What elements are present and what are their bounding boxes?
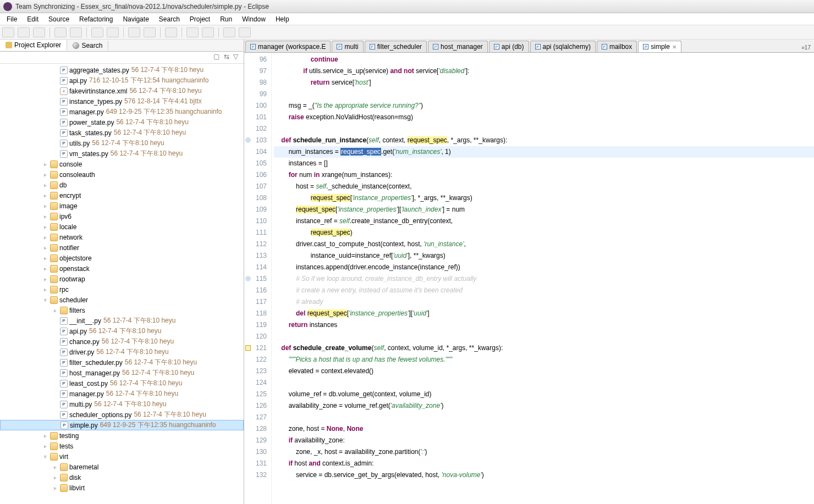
expand-icon[interactable]: ▿ bbox=[42, 453, 48, 460]
code-line[interactable]: """Picks a host that is up and has the f… bbox=[274, 354, 814, 365]
tree-node[interactable]: host_manager.py 56 12-7-4 下午8:10 heyu bbox=[0, 368, 244, 378]
menu-help[interactable]: Help bbox=[271, 14, 294, 24]
tree-node[interactable]: ▿virt bbox=[0, 451, 244, 462]
code-line[interactable]: elevated = context.elevated() bbox=[274, 365, 814, 377]
code-line[interactable]: request_spec['instance_properties']['lau… bbox=[274, 204, 814, 215]
expand-icon[interactable] bbox=[52, 370, 58, 376]
editor-tab[interactable]: filter_scheduler bbox=[365, 41, 427, 52]
tree-node[interactable]: simple.py 649 12-9-25 下午12:35 huangchuan… bbox=[0, 420, 244, 430]
code-line[interactable]: request_spec) bbox=[274, 227, 814, 239]
code-line[interactable]: # already bbox=[274, 296, 814, 308]
code-line[interactable]: def schedule_run_instance(self, context,… bbox=[274, 135, 814, 146]
tree-node[interactable]: api.py 56 12-7-4 下午8:10 heyu bbox=[0, 326, 244, 336]
editor-tab[interactable]: mailbox bbox=[597, 41, 637, 52]
expand-icon[interactable] bbox=[52, 359, 58, 366]
code-line[interactable]: instance_ref = self.create_instance_db_e… bbox=[274, 215, 814, 227]
expand-icon[interactable] bbox=[52, 109, 58, 115]
code-line[interactable]: instance_uuid=instance_ref['uuid'], **_k… bbox=[274, 250, 814, 262]
tree-node[interactable]: ▿scheduler bbox=[0, 295, 244, 305]
tree-node[interactable]: least_cost.py 56 12-7-4 下午8:10 heyu bbox=[0, 378, 244, 389]
editor-tab[interactable]: multi bbox=[332, 41, 363, 52]
menu-edit[interactable]: Edit bbox=[23, 14, 43, 24]
tree-node[interactable]: aggregate_states.py 56 12-7-4 下午8:10 hey… bbox=[0, 65, 244, 75]
tree-node[interactable]: manager.py 56 12-7-4 下午8:10 heyu bbox=[0, 389, 244, 399]
expand-icon[interactable]: ▹ bbox=[42, 433, 48, 439]
expand-icon[interactable]: ▹ bbox=[42, 443, 48, 450]
code-line[interactable]: driver.cast_to_compute_host(context, hos… bbox=[274, 239, 814, 250]
editor-tab[interactable]: manager (workspace.E bbox=[245, 41, 331, 52]
code-line[interactable]: return service['host'] bbox=[274, 77, 814, 88]
tree-node[interactable]: __init__.py 56 12-7-4 下午8:10 heyu bbox=[0, 315, 244, 326]
tree-node[interactable]: ▹network bbox=[0, 232, 244, 242]
tree-node[interactable]: scheduler_options.py 56 12-7-4 下午8:10 he… bbox=[0, 409, 244, 420]
expand-icon[interactable] bbox=[52, 151, 58, 157]
tree-node[interactable]: utils.py 56 12-7-4 下午8:10 heyu bbox=[0, 138, 244, 148]
menu-search[interactable]: Search bbox=[155, 14, 184, 24]
expand-icon[interactable]: ▹ bbox=[42, 213, 48, 220]
expand-icon[interactable] bbox=[52, 67, 58, 74]
tree-node[interactable]: ▹consoleauth bbox=[0, 169, 244, 180]
expand-icon[interactable] bbox=[52, 422, 59, 429]
expand-icon[interactable]: ▹ bbox=[42, 171, 48, 178]
project-tree[interactable]: aggregate_states.py 56 12-7-4 下午8:10 hey… bbox=[0, 64, 244, 504]
tree-node[interactable]: ▹disk bbox=[0, 472, 244, 483]
tree-node[interactable]: api.py 716 12-10-15 下午12:54 huangchuanin… bbox=[0, 75, 244, 86]
tree-node[interactable]: ▹encrypt bbox=[0, 190, 244, 201]
expand-icon[interactable]: ▿ bbox=[42, 297, 48, 303]
tab-search[interactable]: Search bbox=[67, 41, 108, 51]
tree-node[interactable]: manager.py 649 12-9-25 下午12:35 huangchua… bbox=[0, 107, 244, 117]
tb-search[interactable] bbox=[107, 27, 119, 37]
code-line[interactable]: availability_zone = volume_ref.get('avai… bbox=[274, 400, 814, 412]
code-line[interactable]: msg = _("Is the appropriate service runn… bbox=[274, 100, 814, 112]
code-area[interactable]: continue if utils.service_is_up(service)… bbox=[272, 53, 814, 504]
expand-icon[interactable]: ▹ bbox=[52, 485, 58, 491]
tree-node[interactable]: ▹filters bbox=[0, 305, 244, 315]
menu-refactoring[interactable]: Refactoring bbox=[75, 14, 117, 24]
code-line[interactable]: # create a new entry, instead of assume … bbox=[274, 285, 814, 296]
tree-node[interactable]: ▹libvirt bbox=[0, 483, 244, 493]
tb-pin[interactable] bbox=[165, 27, 177, 37]
code-editor[interactable]: 9697989910010110210310410510610710810911… bbox=[244, 53, 814, 504]
code-line[interactable]: if utils.service_is_up(service) and not … bbox=[274, 65, 814, 77]
tree-node[interactable]: vm_states.py 56 12-7-4 下午8:10 heyu bbox=[0, 148, 244, 159]
code-line[interactable]: instances = [] bbox=[274, 158, 814, 169]
menu-source[interactable]: Source bbox=[44, 14, 74, 24]
code-line[interactable]: volume_ref = db.volume_get(context, volu… bbox=[274, 389, 814, 400]
code-line[interactable]: zone, host = None, None bbox=[274, 423, 814, 435]
warning-icon[interactable] bbox=[245, 345, 251, 351]
code-line[interactable]: request_spec['instance_properties'], *_a… bbox=[274, 192, 814, 204]
expand-icon[interactable]: ▹ bbox=[42, 245, 48, 251]
tb-back[interactable] bbox=[223, 27, 235, 37]
tb-debug[interactable] bbox=[54, 27, 67, 37]
tree-node[interactable]: task_states.py 56 12-7-4 下午8:10 heyu bbox=[0, 128, 244, 138]
expand-icon[interactable] bbox=[52, 328, 58, 335]
code-line[interactable]: host = self._schedule_instance(context, bbox=[274, 181, 814, 192]
code-line[interactable]: del request_spec['instance_properties'][… bbox=[274, 308, 814, 319]
expand-icon[interactable] bbox=[52, 412, 58, 418]
expand-icon[interactable] bbox=[52, 77, 58, 84]
expand-icon[interactable]: ▹ bbox=[52, 307, 58, 314]
code-line[interactable]: raise exception.NoValidHost(reason=msg) bbox=[274, 112, 814, 123]
code-line[interactable]: continue bbox=[274, 54, 814, 65]
code-line[interactable] bbox=[274, 88, 814, 100]
code-line[interactable]: num_instances = request_spec.get('num_in… bbox=[274, 146, 814, 158]
close-icon[interactable]: ✕ bbox=[672, 44, 676, 50]
quickfix-icon[interactable] bbox=[245, 276, 251, 281]
expand-icon[interactable]: ▹ bbox=[42, 161, 48, 168]
tree-node[interactable]: ▹image bbox=[0, 201, 244, 211]
code-line[interactable] bbox=[274, 331, 814, 342]
code-line[interactable]: # So if we loop around, create_instance_… bbox=[274, 273, 814, 285]
expand-icon[interactable]: ▹ bbox=[52, 474, 58, 481]
expand-icon[interactable]: ▹ bbox=[42, 182, 48, 189]
tree-node[interactable]: ▹tests bbox=[0, 441, 244, 451]
expand-icon[interactable]: ▹ bbox=[52, 464, 58, 470]
tree-node[interactable]: driver.py 56 12-7-4 下午8:10 heyu bbox=[0, 347, 244, 357]
expand-icon[interactable]: ▹ bbox=[42, 255, 48, 262]
tb-save[interactable] bbox=[18, 27, 30, 37]
editor-tab[interactable]: api (db) bbox=[489, 41, 529, 52]
tree-node[interactable]: ▹rootwrap bbox=[0, 274, 244, 284]
tb-run[interactable] bbox=[70, 27, 82, 37]
code-line[interactable] bbox=[274, 412, 814, 423]
code-line[interactable]: if availability_zone: bbox=[274, 435, 814, 446]
explorer-toolbar[interactable]: ▢ ⇆ ▽ bbox=[0, 52, 244, 64]
